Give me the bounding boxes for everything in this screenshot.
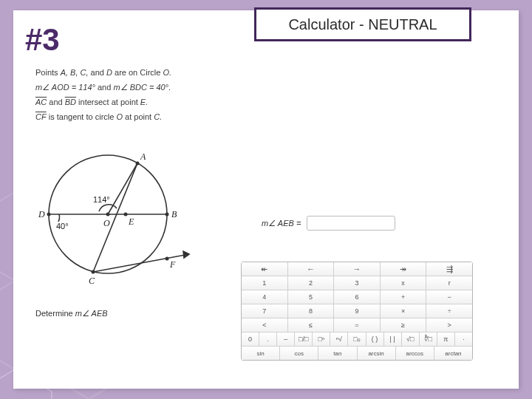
label-D: D [38, 209, 45, 219]
keypad-row-5: 0 . – □/□ □ⁿ ⁿ√ □₀ ( ) | | √□ ∛□ π · [242, 332, 472, 347]
t: and [47, 98, 64, 106]
svg-point-16 [124, 213, 128, 216]
svg-point-12 [166, 213, 169, 216]
t: m∠ BDC = 40° [113, 83, 168, 92]
key-1[interactable]: 1 [242, 276, 288, 290]
t: O [116, 112, 125, 121]
key-last[interactable]: ↠ [381, 262, 427, 276]
problem-number: #3 [25, 22, 60, 58]
label-114: 114° [93, 195, 110, 204]
t: CF [35, 112, 47, 121]
key-cos[interactable]: cos [280, 347, 318, 360]
label-O: O [103, 218, 110, 228]
svg-point-14 [47, 213, 51, 216]
label-B: B [171, 209, 177, 219]
key-left[interactable]: ← [288, 262, 335, 276]
key-neg[interactable]: – [277, 332, 295, 346]
key-7[interactable]: 7 [242, 304, 288, 318]
keypad-row-1: 1 2 3 x r [242, 276, 472, 290]
problem-text: Points A, B, C, and D are on Circle O. m… [35, 65, 171, 124]
t: Determine [35, 309, 75, 318]
key-cbrt[interactable]: ∛□ [420, 332, 437, 346]
t: O. [163, 68, 171, 77]
key-first[interactable]: ↞ [242, 262, 288, 276]
label-40: 40° [56, 222, 69, 231]
label-F: F [169, 259, 176, 270]
key-3[interactable]: 3 [334, 276, 381, 290]
t: BD [65, 98, 76, 106]
key-paren[interactable]: ( ) [366, 332, 384, 346]
t: AC [35, 98, 47, 106]
t: A, B, C, [61, 68, 91, 77]
key-minus[interactable]: − [426, 290, 472, 304]
key-dot[interactable]: . [259, 332, 277, 346]
key-4[interactable]: 4 [242, 290, 288, 304]
key-9[interactable]: 9 [334, 304, 381, 318]
key-r[interactable]: r [426, 276, 472, 290]
svg-marker-10 [183, 251, 189, 258]
key-ge[interactable]: ≥ [381, 318, 427, 332]
key-lt[interactable]: < [242, 318, 288, 332]
banner-text: Calculator - NEUTRAL [288, 16, 437, 33]
key-plus[interactable]: + [381, 290, 427, 304]
t: m∠ AEB [75, 309, 108, 318]
key-mul[interactable]: × [381, 304, 427, 318]
keypad-row-3: 7 8 9 × ÷ [242, 304, 472, 318]
t: m∠ AOD = 114° [35, 83, 95, 92]
svg-point-11 [136, 162, 140, 166]
key-8[interactable]: 8 [288, 304, 335, 318]
t: intersect at point [76, 98, 140, 106]
key-pi[interactable]: π [437, 332, 455, 346]
t: E. [140, 98, 148, 106]
t: is tangent to circle [47, 112, 117, 121]
label-A: A [140, 151, 146, 162]
label-C: C [89, 276, 95, 286]
key-le[interactable]: ≤ [288, 318, 335, 332]
svg-point-15 [106, 213, 110, 216]
circle-diagram: A B C D E F O 114° 40° [34, 140, 211, 306]
keypad-row-4: < ≤ = ≥ > [242, 318, 472, 332]
answer-label: m∠ AEB = [262, 219, 301, 228]
key-sin[interactable]: sin [242, 347, 280, 360]
t: are on Circle [115, 68, 163, 77]
key-pow[interactable]: □ⁿ [313, 332, 330, 346]
key-5[interactable]: 5 [288, 290, 335, 304]
equation-editor: ↞ ← → ↠ ⇶ 1 2 3 x r 4 5 6 + − 7 8 9 × ÷ [241, 262, 473, 361]
slide-card: Calculator - NEUTRAL #3 Points A, B, C, … [13, 10, 519, 389]
key-x[interactable]: x [381, 276, 427, 290]
key-right[interactable]: → [334, 262, 381, 276]
key-arccos[interactable]: arccos [396, 347, 434, 360]
keypad-row-trig: sin cos tan arcsin arccos arctan [242, 347, 472, 360]
keypad-row-arrows: ↞ ← → ↠ ⇶ [242, 262, 472, 276]
key-abs[interactable]: | | [384, 332, 402, 346]
key-gt[interactable]: > [426, 318, 472, 332]
key-more[interactable]: ⇶ [426, 262, 472, 276]
key-2[interactable]: 2 [288, 276, 335, 290]
svg-line-8 [108, 163, 137, 214]
key-6[interactable]: 6 [334, 290, 381, 304]
key-frac[interactable]: □/□ [295, 332, 313, 346]
t: and [95, 83, 113, 92]
answer-input[interactable] [307, 216, 395, 231]
key-sub[interactable]: □₀ [348, 332, 366, 346]
svg-point-17 [166, 257, 169, 261]
key-arcsin[interactable]: arcsin [358, 347, 396, 360]
key-nroot[interactable]: ⁿ√ [330, 332, 348, 346]
label-E: E [128, 216, 134, 227]
t: Points [35, 68, 61, 77]
key-tan[interactable]: tan [318, 347, 357, 360]
key-sqrt[interactable]: √□ [402, 332, 420, 346]
key-arctan[interactable]: arctan [434, 347, 472, 360]
key-eq[interactable]: = [334, 318, 381, 332]
t: and [91, 68, 106, 77]
t: C. [154, 112, 162, 121]
t: at point [125, 112, 154, 121]
key-div[interactable]: ÷ [426, 304, 472, 318]
svg-point-13 [92, 270, 95, 274]
t: D [106, 68, 115, 77]
keypad-row-2: 4 5 6 + − [242, 290, 472, 304]
key-cdot[interactable]: · [455, 332, 472, 346]
t: . [168, 83, 171, 92]
determine-prompt: Determine m∠ AEB [35, 309, 108, 318]
key-0[interactable]: 0 [242, 332, 259, 346]
